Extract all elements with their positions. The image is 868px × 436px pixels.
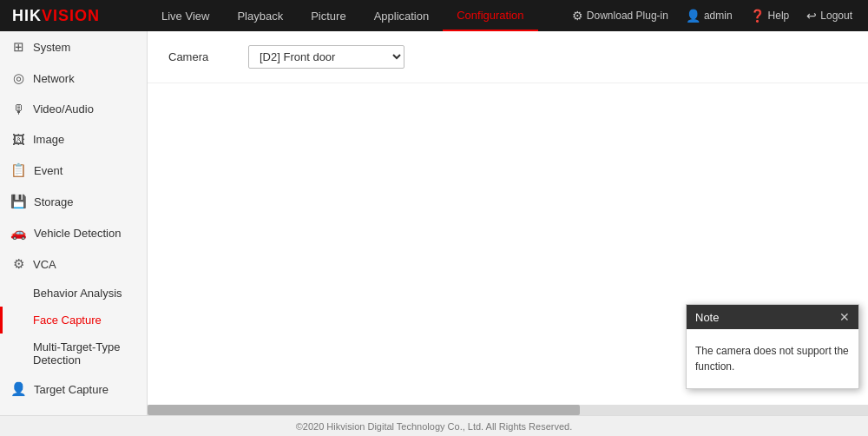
note-close-button[interactable]: ✕: [839, 310, 850, 324]
main-layout: ⊞ System ◎ Network 🎙 Video/Audio 🖼 Image…: [0, 31, 868, 415]
help-button[interactable]: ❓ Help: [743, 9, 797, 23]
system-icon: ⊞: [10, 39, 26, 55]
network-icon: ◎: [10, 70, 26, 86]
note-title: Note: [695, 311, 719, 324]
sidebar-item-system[interactable]: ⊞ System: [0, 31, 147, 63]
top-navigation: HIKVISION Live View Playback Picture App…: [0, 0, 868, 31]
logout-icon: ↩: [806, 9, 817, 23]
main-content: Camera [D2] Front door Note ✕ The camera…: [148, 31, 868, 415]
sidebar-sub-multi-target[interactable]: Multi-Target-Type Detection: [0, 334, 147, 373]
nav-playback[interactable]: Playback: [223, 0, 297, 31]
sidebar: ⊞ System ◎ Network 🎙 Video/Audio 🖼 Image…: [0, 31, 148, 415]
sidebar-item-storage[interactable]: 💾 Storage: [0, 186, 147, 217]
plugin-icon: ⚙: [572, 9, 583, 23]
admin-button[interactable]: 👤 admin: [679, 9, 740, 23]
note-body: The camera does not support the function…: [687, 329, 858, 388]
vehicle-icon: 🚗: [10, 225, 27, 241]
footer: ©2020 Hikvision Digital Technology Co., …: [0, 415, 868, 436]
download-plugin-button[interactable]: ⚙ Download Plug-in: [565, 9, 675, 23]
nav-live-view[interactable]: Live View: [148, 0, 223, 31]
brand-logo: HIKVISION: [12, 7, 100, 25]
target-icon: 👤: [10, 381, 27, 397]
sidebar-item-vca[interactable]: ⚙ VCA: [0, 248, 147, 280]
horizontal-scrollbar[interactable]: [148, 405, 868, 415]
sidebar-item-image[interactable]: 🖼 Image: [0, 124, 147, 155]
logo: HIKVISION: [0, 0, 148, 31]
note-dialog: Note ✕ The camera does not support the f…: [686, 304, 859, 389]
note-header: Note ✕: [687, 305, 858, 329]
sidebar-sub-behavior-analysis[interactable]: Behavior Analysis: [0, 280, 147, 307]
nav-configuration[interactable]: Configuration: [443, 0, 537, 31]
camera-label: Camera: [168, 50, 238, 63]
vca-icon: ⚙: [10, 256, 26, 272]
nav-links: Live View Playback Picture Application C…: [148, 0, 565, 31]
copyright-text: ©2020 Hikvision Digital Technology Co., …: [296, 421, 573, 432]
camera-row: Camera [D2] Front door: [148, 31, 868, 83]
user-icon: 👤: [686, 9, 700, 23]
nav-right: ⚙ Download Plug-in 👤 admin ❓ Help ↩ Logo…: [565, 9, 868, 23]
scrollbar-thumb[interactable]: [148, 405, 580, 415]
camera-select[interactable]: [D2] Front door: [248, 45, 404, 69]
nav-application[interactable]: Application: [360, 0, 444, 31]
video-audio-icon: 🎙: [10, 102, 26, 116]
logout-button[interactable]: ↩ Logout: [799, 9, 859, 23]
nav-picture[interactable]: Picture: [297, 0, 359, 31]
help-icon: ❓: [750, 9, 765, 23]
sidebar-item-video-audio[interactable]: 🎙 Video/Audio: [0, 94, 147, 124]
sidebar-item-event[interactable]: 📋 Event: [0, 155, 147, 186]
sidebar-item-vehicle-detection[interactable]: 🚗 Vehicle Detection: [0, 217, 147, 248]
sidebar-item-target-capture[interactable]: 👤 Target Capture: [0, 373, 147, 405]
sidebar-item-iot[interactable]: 📊 IoT Channel Settings: [0, 405, 147, 415]
sidebar-sub-face-capture[interactable]: Face Capture: [0, 307, 147, 334]
event-icon: 📋: [10, 162, 27, 178]
storage-icon: 💾: [10, 194, 27, 209]
image-icon: 🖼: [10, 132, 26, 147]
sidebar-item-network[interactable]: ◎ Network: [0, 63, 147, 94]
